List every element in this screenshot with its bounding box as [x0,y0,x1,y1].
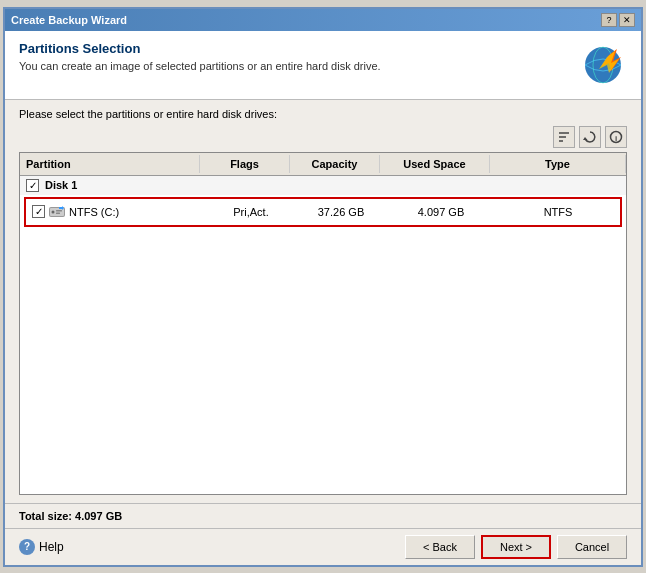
partition-type: NTFS [496,204,620,220]
svg-rect-11 [56,210,62,212]
disk-row: Disk 1 [20,176,626,195]
content-area: Please select the partitions or entire h… [5,100,641,503]
partition-name: NTFS (C:) [69,206,119,218]
total-size-label: Total size: [19,510,72,522]
partition-name-cell: NTFS (C:) [26,202,206,222]
table-body: Disk 1 [20,176,626,494]
next-button[interactable]: Next > [481,535,551,559]
help-section: ? Help [19,539,64,555]
col-type: Type [490,155,626,173]
svg-text:i: i [615,134,617,143]
col-used-space: Used Space [380,155,490,173]
info-icon[interactable]: i [605,126,627,148]
sort-icon[interactable] [553,126,575,148]
disk-checkbox[interactable] [26,179,39,192]
svg-marker-5 [583,137,588,140]
help-label: Help [39,540,64,554]
cancel-button[interactable]: Cancel [557,535,627,559]
svg-point-10 [52,210,55,213]
bottom-bar: ? Help < Back Next > Cancel [5,528,641,565]
svg-rect-12 [56,212,60,214]
total-size-value: 4.097 GB [75,510,122,522]
instruction-text: Please select the partitions or entire h… [19,108,627,120]
partition-row: NTFS (C:) Pri,Act. 37.26 GB 4.097 GB NTF… [24,197,622,227]
header-text: Partitions Selection You can create an i… [19,41,381,72]
footer-total: Total size: 4.097 GB [5,503,641,528]
partition-drive-icon [49,204,65,220]
partition-capacity: 37.26 GB [296,204,386,220]
header-title: Partitions Selection [19,41,381,56]
title-controls: ? ✕ [601,13,635,27]
title-bar: Create Backup Wizard ? ✕ [5,9,641,31]
close-button[interactable]: ✕ [619,13,635,27]
toolbar: i [19,126,627,148]
help-button[interactable]: ? [601,13,617,27]
help-circle-icon[interactable]: ? [19,539,35,555]
table-header: Partition Flags Capacity Used Space Type [20,153,626,176]
col-flags: Flags [200,155,290,173]
refresh-icon[interactable] [579,126,601,148]
nav-buttons: < Back Next > Cancel [405,535,627,559]
window-title: Create Backup Wizard [11,14,127,26]
header-description: You can create an image of selected part… [19,60,381,72]
col-partition: Partition [20,155,200,173]
partition-used-space: 4.097 GB [386,204,496,220]
main-window: Create Backup Wizard ? ✕ Partitions Sele… [3,7,643,567]
header-section: Partitions Selection You can create an i… [5,31,641,100]
partition-flags: Pri,Act. [206,204,296,220]
disk-label: Disk 1 [45,179,77,191]
partition-table: Partition Flags Capacity Used Space Type… [19,152,627,495]
header-icon [579,41,627,89]
back-button[interactable]: < Back [405,535,475,559]
partition-checkbox[interactable] [32,205,45,218]
col-capacity: Capacity [290,155,380,173]
